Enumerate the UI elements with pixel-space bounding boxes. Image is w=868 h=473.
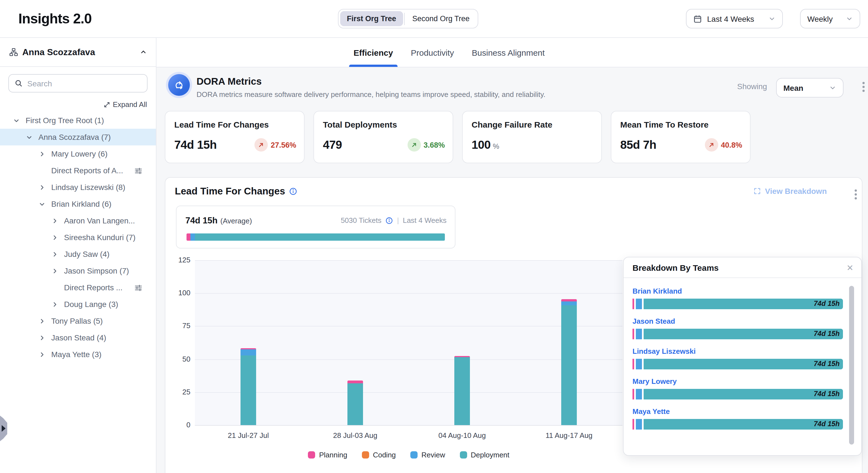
info-icon[interactable] (289, 187, 297, 196)
bar-segment-planning (632, 419, 634, 430)
bar-segment-review (636, 389, 642, 400)
tree-item-label: Anna Scozzafava (7) (38, 132, 111, 142)
tab-efficiency[interactable]: Efficiency (353, 38, 393, 67)
close-icon[interactable]: ✕ (846, 263, 854, 272)
chevron-right-icon[interactable] (39, 184, 51, 190)
tree-item-direct-reports[interactable]: Direct Reports ... (0, 279, 156, 296)
filter-sliders-icon[interactable] (134, 166, 143, 175)
date-range-value: Last 4 Weeks (707, 14, 754, 23)
chart-bar-4[interactable] (561, 299, 577, 425)
chevron-right-icon[interactable] (52, 251, 64, 257)
tree-item-brian-kirkland-6[interactable]: Brian Kirkland (6) (0, 196, 156, 212)
chevron-right-icon[interactable] (39, 151, 51, 157)
view-breakdown-button[interactable]: View Breakdown (753, 187, 827, 196)
bar-segment-deployment (561, 305, 577, 425)
tree-item-jason-simpson-7[interactable]: Jason Simpson (7) (0, 262, 156, 279)
sidebar-header[interactable]: Anna Scozzafava (0, 38, 156, 67)
top-bar: Insights 2.0 First Org TreeSecond Org Tr… (0, 0, 868, 38)
org-tree-toggle-first[interactable]: First Org Tree (340, 11, 403, 26)
chart-bar-2[interactable] (347, 380, 363, 425)
tree-item-first-org-tree-root-1[interactable]: First Org Tree Root (1) (0, 112, 156, 129)
tree-item-jason-stead-4[interactable]: Jason Stead (4) (0, 329, 156, 346)
bar-segment-deployment: 74d 15h (644, 329, 843, 339)
team-name-link[interactable]: Lindsay Liszewski (632, 347, 843, 355)
tree-item-judy-saw-4[interactable]: Judy Saw (4) (0, 246, 156, 262)
org-sidebar: Anna Scozzafava Expand All First Org Tre… (0, 38, 156, 473)
chart-bar-3[interactable] (454, 356, 470, 425)
chevron-right-icon[interactable] (52, 268, 64, 274)
team-name-link[interactable]: Maya Yette (632, 407, 843, 416)
date-range-select[interactable]: Last 4 Weeks (686, 9, 783, 28)
chevron-down-icon[interactable] (13, 117, 26, 123)
summary-range: Last 4 Weeks (403, 216, 446, 225)
bar-segment-deployment: 74d 15h (644, 299, 843, 309)
team-value-label: 74d 15h (814, 420, 840, 428)
tab-business-alignment[interactable]: Business Alignment (472, 38, 545, 67)
tree-item-anna-scozzafava-7[interactable]: Anna Scozzafava (7) (0, 129, 156, 145)
tree-item-lindsay-liszewski-8[interactable]: Lindsay Liszewski (8) (0, 179, 156, 196)
bar-segment-planning (632, 299, 634, 309)
summary-bar-segment-review (190, 233, 195, 241)
x-axis-tick-label: 11 Aug-17 Aug (530, 431, 608, 440)
tab-productivity[interactable]: Productivity (411, 38, 454, 67)
chevron-right-icon[interactable] (52, 217, 64, 224)
team-value-label: 74d 15h (814, 330, 840, 337)
gridline (195, 326, 622, 327)
bar-segment-review (636, 329, 642, 339)
metric-card-mean-time-to-restore: Mean Time To Restore85d 7h40.8% (611, 111, 750, 163)
metric-card-title: Change Failure Rate (472, 120, 592, 129)
org-tree-toggle[interactable]: First Org TreeSecond Org Tree (338, 9, 478, 28)
breakdown-scrollbar-thumb[interactable] (849, 286, 854, 445)
tree-item-maya-yette-3[interactable]: Maya Yette (3) (0, 346, 156, 363)
info-icon[interactable] (385, 216, 393, 224)
aggregation-select[interactable]: Mean (776, 78, 843, 97)
tree-item-label: Mary Lowery (6) (51, 149, 107, 158)
y-axis-tick-label: 125 (174, 256, 190, 264)
x-axis-tick-label: 28 Jul-03 Aug (316, 431, 394, 440)
y-axis-tick-label: 75 (174, 322, 190, 330)
main-content: DORA Metrics DORA metrics measure softwa… (156, 67, 868, 473)
chevron-right-icon[interactable] (52, 301, 64, 307)
summary-qualifier: (Average) (220, 217, 252, 225)
metric-card-value: 479 (323, 138, 342, 151)
team-name-link[interactable]: Brian Kirkland (632, 287, 843, 295)
gridline (195, 260, 622, 261)
org-tree: First Org Tree Root (1)Anna Scozzafava (… (0, 112, 156, 363)
breakdown-title: Breakdown By Teams (632, 263, 719, 272)
chevron-down-icon[interactable] (26, 134, 38, 140)
tree-item-tony-pallas-5[interactable]: Tony Pallas (5) (0, 313, 156, 329)
tree-item-doug-lange-3[interactable]: Doug Lange (3) (0, 296, 156, 313)
tree-item-aaron-van-langen[interactable]: Aaron Van Langen... (0, 212, 156, 229)
chevron-down-icon[interactable] (39, 201, 51, 207)
metric-card-title: Total Deployments (323, 120, 444, 129)
expand-all-button[interactable]: Expand All (0, 100, 147, 109)
filter-sliders-icon[interactable] (134, 283, 143, 292)
expand-corners-icon (753, 187, 761, 195)
tree-item-sireesha-kunduri-7[interactable]: Sireesha Kunduri (7) (0, 229, 156, 246)
chevron-right-icon[interactable] (39, 318, 51, 324)
chart-bar-1[interactable] (241, 348, 256, 425)
breakdown-by-teams-panel: Breakdown By Teams ✕ Brian Kirkland74d 1… (623, 257, 862, 456)
chevron-right-icon[interactable] (39, 334, 51, 341)
team-name-link[interactable]: Mary Lowery (632, 377, 843, 386)
metric-delta-value: 3.68% (424, 141, 445, 149)
search-input[interactable] (27, 79, 142, 88)
tree-item-direct-reports-of-a[interactable]: Direct Reports of A... (0, 162, 156, 179)
granularity-select[interactable]: Weekly (800, 9, 860, 28)
bar-segment-review (561, 302, 577, 305)
sidebar-search[interactable] (8, 74, 148, 92)
lead-time-menu-button[interactable] (852, 187, 860, 202)
tree-item-mary-lowery-6[interactable]: Mary Lowery (6) (0, 145, 156, 162)
metric-card-value: 100 (472, 138, 491, 151)
gridline (195, 359, 622, 360)
org-tree-toggle-second[interactable]: Second Org Tree (406, 11, 476, 26)
chevron-up-icon[interactable] (140, 49, 147, 56)
legend-label: Review (422, 451, 445, 459)
breakdown-row-maya-yette: Maya Yette74d 15h (632, 407, 843, 430)
chevron-right-icon[interactable] (52, 234, 64, 240)
team-name-link[interactable]: Jason Stead (632, 317, 843, 325)
bar-segment-review (636, 299, 642, 309)
dora-menu-button[interactable] (859, 79, 868, 95)
team-stacked-bar: 74d 15h (632, 359, 843, 369)
chevron-right-icon[interactable] (39, 351, 51, 357)
